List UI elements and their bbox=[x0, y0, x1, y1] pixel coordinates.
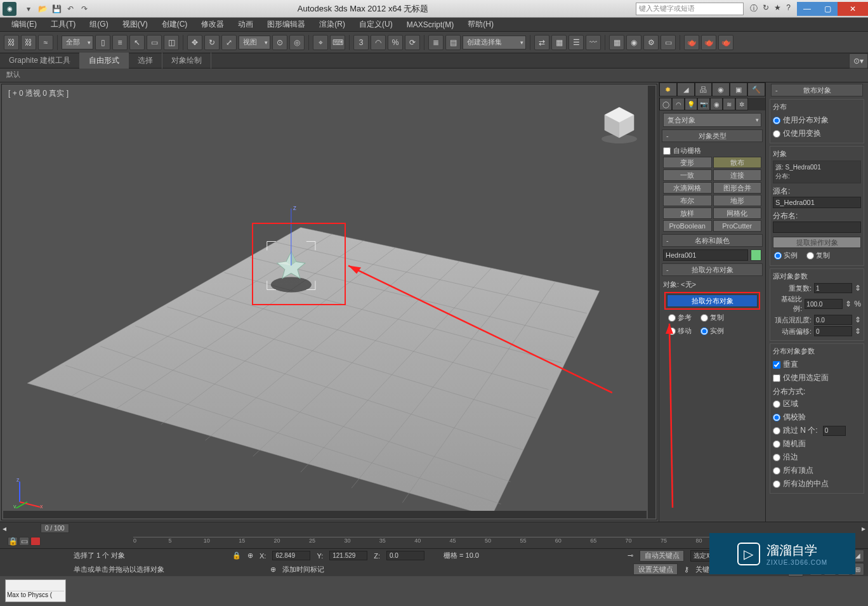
coord-icon[interactable]: ⊕ bbox=[247, 551, 253, 560]
tab-display-icon[interactable]: ▣ bbox=[730, 82, 747, 96]
snap-icon[interactable]: ⌖ bbox=[313, 35, 328, 50]
menu-edit[interactable]: 编辑(E) bbox=[5, 18, 43, 31]
dist-name-input[interactable] bbox=[773, 221, 861, 233]
ribbon-toggle-icon[interactable]: ⊙▾ bbox=[849, 53, 868, 69]
pick-dist-button[interactable]: 拾取分布对象 bbox=[667, 294, 758, 307]
sub-camera-icon[interactable]: 📷 bbox=[697, 98, 710, 110]
time-slider[interactable]: ◂ 0 / 100 ▸ bbox=[0, 522, 868, 534]
unlink-icon[interactable]: ⛓ bbox=[21, 35, 36, 50]
percent-snap-icon[interactable]: % bbox=[388, 35, 403, 50]
radio-use-dist[interactable]: 使用分布对象 bbox=[773, 114, 861, 127]
sync-icon[interactable]: ↻ bbox=[763, 3, 769, 14]
help-icon[interactable]: ? bbox=[786, 3, 791, 14]
qat-redo-icon[interactable]: ↷ bbox=[79, 3, 90, 15]
scale-icon[interactable]: ⤢ bbox=[221, 35, 237, 50]
link-icon[interactable]: ⛓ bbox=[4, 35, 19, 50]
curve-ed-icon[interactable]: 〰 bbox=[586, 35, 601, 50]
type-terrain[interactable]: 地形 bbox=[713, 195, 762, 206]
radio-instance[interactable]: 实例 bbox=[700, 326, 724, 336]
maxscript-listener[interactable]: Max to Physcs ( bbox=[5, 579, 66, 602]
sub-light-icon[interactable]: 💡 bbox=[685, 98, 697, 110]
radio-reference[interactable]: 参考 bbox=[668, 313, 692, 322]
type-proboolean[interactable]: ProBoolean bbox=[663, 220, 712, 232]
z-coord[interactable]: 0.0 bbox=[386, 551, 424, 560]
track-key-icon[interactable]: ▭ bbox=[19, 537, 29, 546]
auto-grid-check[interactable]: 自动栅格 bbox=[663, 145, 761, 157]
qat-open-icon[interactable]: 📂 bbox=[37, 3, 48, 15]
method-random[interactable]: 随机面 bbox=[773, 437, 861, 451]
type-boolean[interactable]: 布尔 bbox=[663, 195, 712, 206]
mirror-icon[interactable]: ⇄ bbox=[534, 35, 549, 50]
type-conform[interactable]: 一致 bbox=[663, 169, 712, 181]
y-coord[interactable]: 121.529 bbox=[329, 551, 367, 560]
radio-copy[interactable]: 复制 bbox=[700, 313, 724, 322]
scatter-obj-header[interactable]: 散布对象 bbox=[771, 84, 863, 96]
type-blobmesh[interactable]: 水滴网格 bbox=[663, 182, 712, 194]
select-name-icon[interactable]: ≡ bbox=[112, 35, 128, 50]
frame-indicator[interactable]: 0 / 100 bbox=[41, 524, 69, 533]
viewport-vscroll[interactable] bbox=[648, 86, 655, 518]
menu-anim[interactable]: 动画 bbox=[232, 18, 260, 31]
view-cube[interactable] bbox=[597, 102, 641, 147]
qat-undo-icon[interactable]: ↶ bbox=[65, 3, 76, 15]
menu-script[interactable]: MAXScript(M) bbox=[400, 19, 461, 30]
menu-modifier[interactable]: 修改器 bbox=[195, 18, 230, 31]
named-sel-combo[interactable]: 创建选择集 bbox=[463, 36, 526, 49]
lock-icon[interactable]: 🔒 bbox=[232, 551, 241, 560]
method-verts[interactable]: 所有顶点 bbox=[773, 464, 861, 477]
pick-dist-header[interactable]: 拾取分布对象 bbox=[662, 263, 763, 276]
region-rect-icon[interactable]: ▭ bbox=[147, 35, 162, 50]
radio-op-instance[interactable]: 实例 bbox=[774, 251, 798, 260]
viewport-hscroll[interactable] bbox=[3, 511, 647, 518]
window-crossing-icon[interactable]: ◫ bbox=[164, 35, 179, 50]
ribbon-tab-paint[interactable]: 对象绘制 bbox=[162, 53, 211, 69]
method-edgemid[interactable]: 所有边的中点 bbox=[773, 477, 861, 491]
menu-view[interactable]: 视图(V) bbox=[116, 18, 154, 31]
sub-shape-icon[interactable]: ◠ bbox=[672, 98, 685, 110]
ribbon-tab-freeform[interactable]: 自由形式 bbox=[80, 53, 129, 69]
object-name-input[interactable] bbox=[663, 249, 748, 261]
minimize-button[interactable]: — bbox=[797, 2, 817, 16]
track-lock-icon[interactable]: 🔒 bbox=[8, 537, 18, 546]
render-frame-icon[interactable]: ▭ bbox=[661, 35, 676, 50]
sub-space-icon[interactable]: ≋ bbox=[723, 98, 735, 110]
radio-op-copy[interactable]: 复制 bbox=[806, 251, 830, 260]
snap3-icon[interactable]: 3 bbox=[353, 35, 369, 50]
x-coord[interactable]: 62.849 bbox=[272, 551, 310, 560]
key-icon[interactable]: ⊸ bbox=[628, 551, 633, 560]
src-name-input[interactable] bbox=[773, 197, 861, 208]
render-icon[interactable]: 🫖 bbox=[684, 35, 699, 50]
type-shapemerge[interactable]: 图形合并 bbox=[713, 182, 762, 194]
menu-help[interactable]: 帮助(H) bbox=[461, 18, 500, 31]
selection-filter-combo[interactable]: 全部 bbox=[62, 36, 93, 49]
menu-graph[interactable]: 图形编辑器 bbox=[261, 18, 312, 31]
sub-helper-icon[interactable]: ◉ bbox=[710, 98, 723, 110]
tab-hierarchy-icon[interactable]: 品 bbox=[695, 82, 713, 96]
object-color-swatch[interactable] bbox=[751, 249, 761, 261]
type-loft[interactable]: 放样 bbox=[663, 207, 712, 219]
method-even[interactable]: 偶校验 bbox=[773, 411, 861, 424]
create-category-combo[interactable]: 复合对象 bbox=[663, 113, 761, 127]
ribbon-tab-graphite[interactable]: Graphite 建模工具 bbox=[0, 53, 80, 69]
tab-motion-icon[interactable]: ◉ bbox=[712, 82, 730, 96]
menu-create[interactable]: 创建(C) bbox=[155, 18, 194, 31]
maximize-button[interactable]: ▢ bbox=[817, 2, 838, 16]
menu-group[interactable]: 组(G) bbox=[83, 18, 114, 31]
info-icon[interactable]: ⓘ bbox=[750, 3, 758, 14]
ref-coord-combo[interactable]: 视图 bbox=[239, 36, 270, 49]
method-edge[interactable]: 沿边 bbox=[773, 451, 861, 464]
named-sel-icon[interactable]: ▤ bbox=[445, 35, 461, 50]
duplicates-spinner[interactable]: 1 bbox=[814, 283, 852, 293]
close-button[interactable]: ✕ bbox=[838, 2, 868, 16]
setkey-button[interactable]: 设置关键点 bbox=[633, 563, 678, 575]
radio-move[interactable]: 移动 bbox=[668, 326, 692, 336]
prod-render-icon[interactable]: 🫖 bbox=[718, 35, 733, 50]
tab-utility-icon[interactable]: 🔨 bbox=[747, 82, 765, 96]
keyboard-icon[interactable]: ⌨ bbox=[330, 35, 345, 50]
qat-new-icon[interactable]: ▾ bbox=[23, 3, 34, 15]
select-icon[interactable]: ▯ bbox=[95, 35, 110, 50]
selected-faces-check[interactable]: 仅使用选定面 bbox=[773, 371, 861, 385]
viewport[interactable]: [ + 0 透视 0 真实 ] bbox=[1, 84, 657, 520]
sub-system-icon[interactable]: ✲ bbox=[735, 98, 748, 110]
manip-icon[interactable]: ◎ bbox=[289, 35, 305, 50]
